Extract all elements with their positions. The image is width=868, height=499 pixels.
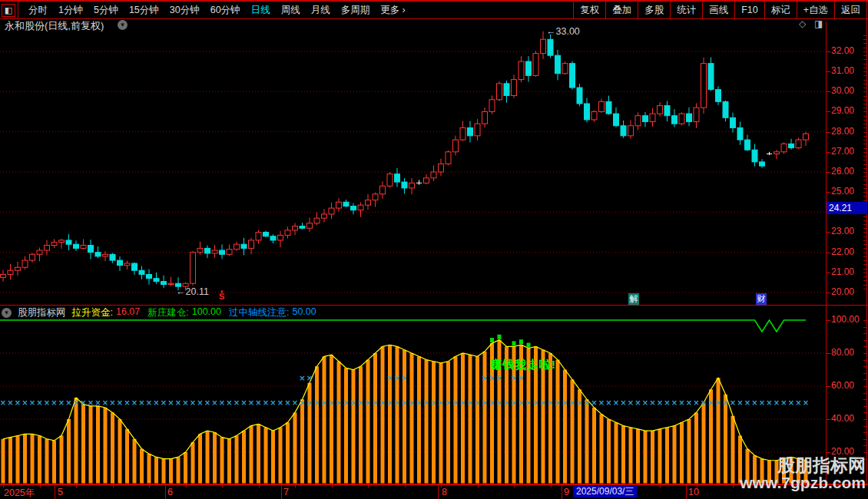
jie-badge[interactable]: 解 bbox=[628, 293, 639, 305]
svg-text:×: × bbox=[219, 398, 225, 407]
tool-menu-item[interactable]: F10 bbox=[734, 2, 764, 18]
svg-text:×: × bbox=[328, 398, 334, 407]
tool-menu-item[interactable]: 复权 bbox=[573, 2, 605, 18]
price-axis-tick bbox=[827, 172, 830, 173]
indicator-field-value: 50.00 bbox=[292, 306, 316, 319]
svg-text:×: × bbox=[430, 398, 436, 407]
tool-menu-item[interactable]: 画线 bbox=[702, 2, 734, 18]
period-menu-item[interactable]: 多周期 bbox=[341, 4, 370, 17]
indicator-axis-label: 40.00 bbox=[831, 413, 854, 424]
price-axis-minor-tick bbox=[863, 43, 866, 44]
svg-text:×: × bbox=[518, 374, 524, 382]
price-axis-minor-tick bbox=[863, 224, 866, 225]
month-label: 8 bbox=[442, 487, 447, 497]
indicator-chart[interactable]: ××××××××××××××××××××××××××××××××××××××××… bbox=[0, 313, 826, 484]
period-menu-item[interactable]: 分时 bbox=[28, 4, 48, 17]
high-price-label: ←33.00 bbox=[546, 26, 580, 37]
period-menu-item[interactable]: 5分钟 bbox=[94, 4, 118, 17]
price-axis-minor-tick bbox=[863, 196, 866, 197]
week-tick bbox=[368, 485, 369, 487]
indicator-header: ▾ 股朋指标网 拉升资金:16.07新庄建仓:100.00过中轴线注意:50.0… bbox=[2, 306, 316, 319]
price-axis-minor-tick bbox=[863, 35, 866, 36]
period-menu-item[interactable]: 更多 › bbox=[380, 4, 406, 17]
month-separator bbox=[686, 485, 687, 499]
period-menu-item[interactable]: 15分钟 bbox=[129, 4, 159, 17]
svg-text:×: × bbox=[240, 398, 247, 407]
tool-menu-item[interactable]: 叠加 bbox=[605, 2, 638, 18]
tool-menu-item[interactable]: 多股 bbox=[638, 2, 670, 18]
indicator-axis-minor-tick bbox=[863, 399, 866, 400]
price-axis-minor-tick bbox=[863, 127, 866, 128]
time-axis[interactable]: 2025年 2025/09/03/三 5678910 bbox=[0, 484, 868, 499]
tool-menu-item[interactable]: 标记 bbox=[764, 2, 797, 18]
period-menu-item[interactable]: 60分钟 bbox=[210, 4, 240, 17]
svg-text:×: × bbox=[598, 398, 605, 407]
indicator-chevron-icon[interactable]: ▾ bbox=[2, 308, 12, 318]
svg-text:×: × bbox=[744, 398, 750, 407]
price-axis-minor-tick bbox=[863, 168, 866, 169]
svg-text:×: × bbox=[94, 398, 101, 407]
svg-text:×: × bbox=[401, 398, 407, 407]
svg-text:×: × bbox=[7, 398, 13, 407]
price-axis-label: 22.00 bbox=[831, 246, 854, 257]
price-axis-minor-tick bbox=[863, 160, 866, 160]
price-axis-label: 25.00 bbox=[831, 186, 854, 197]
svg-text:×: × bbox=[423, 398, 429, 407]
price-axis-minor-tick bbox=[863, 152, 866, 153]
price-axis-minor-tick bbox=[863, 188, 866, 189]
svg-text:×: × bbox=[474, 398, 480, 407]
indicator-axis-minor-tick bbox=[863, 346, 866, 347]
price-axis-tick bbox=[827, 71, 830, 72]
price-axis-tick bbox=[827, 273, 830, 273]
svg-text:×: × bbox=[701, 398, 707, 407]
period-menu-item[interactable]: 日线 bbox=[251, 4, 270, 17]
indicator-axis-minor-tick bbox=[863, 386, 866, 387]
svg-text:×: × bbox=[190, 398, 196, 407]
period-menu: 分时1分钟5分钟15分钟30分钟60分钟日线周线月线多周期更多 › bbox=[18, 2, 411, 18]
svg-text:×: × bbox=[467, 398, 473, 407]
price-axis-label: 21.00 bbox=[831, 266, 854, 277]
price-axis-minor-tick bbox=[863, 236, 866, 237]
svg-text:×: × bbox=[299, 374, 305, 382]
period-menu-item[interactable]: 周线 bbox=[281, 4, 300, 17]
panel-toggle-icon[interactable]: ◧ bbox=[2, 4, 15, 17]
price-axis-minor-tick bbox=[863, 100, 866, 101]
candlestick-chart[interactable] bbox=[0, 21, 826, 306]
price-axis-minor-tick bbox=[863, 192, 866, 193]
indicator-axis-minor-tick bbox=[863, 393, 866, 394]
svg-text:×: × bbox=[117, 398, 123, 407]
price-axis-minor-tick bbox=[863, 140, 866, 140]
tool-menu-item[interactable]: +自选 bbox=[797, 2, 834, 18]
svg-text:×: × bbox=[102, 398, 108, 407]
svg-text:×: × bbox=[36, 398, 42, 407]
svg-text:×: × bbox=[751, 398, 757, 407]
indicator-axis-label: 80.00 bbox=[831, 347, 854, 358]
tool-menu-item[interactable]: 返回 bbox=[834, 2, 867, 18]
svg-text:×: × bbox=[459, 398, 465, 407]
price-axis-minor-tick bbox=[863, 136, 866, 137]
tool-menu-item[interactable]: 统计 bbox=[670, 2, 702, 18]
indicator-axis-minor-tick bbox=[863, 432, 866, 433]
price-axis-minor-tick bbox=[863, 269, 866, 269]
week-tick bbox=[441, 485, 442, 487]
period-menu-item[interactable]: 30分钟 bbox=[170, 4, 200, 17]
period-menu-item[interactable]: 月线 bbox=[311, 4, 330, 17]
week-tick bbox=[113, 485, 114, 487]
svg-text:×: × bbox=[788, 398, 794, 407]
cai-badge[interactable]: 财 bbox=[756, 293, 767, 305]
price-axis-minor-tick bbox=[863, 84, 866, 84]
price-axis-tick bbox=[827, 91, 830, 92]
svg-text:×: × bbox=[649, 398, 655, 407]
price-axis-minor-tick bbox=[863, 228, 866, 229]
period-menu-item[interactable]: 1分钟 bbox=[58, 4, 83, 17]
price-axis-minor-tick bbox=[863, 164, 866, 165]
svg-text:×: × bbox=[445, 398, 451, 407]
svg-text:×: × bbox=[605, 398, 611, 407]
svg-text:×: × bbox=[80, 398, 86, 407]
svg-text:×: × bbox=[255, 398, 261, 407]
indicator-field-label: 拉升资金: bbox=[72, 306, 113, 319]
svg-text:×: × bbox=[707, 398, 714, 407]
tool-menu: 复权叠加多股统计画线F10标记+自选返回 bbox=[573, 2, 867, 18]
month-label: 9 bbox=[564, 487, 569, 497]
svg-text:×: × bbox=[671, 398, 678, 407]
